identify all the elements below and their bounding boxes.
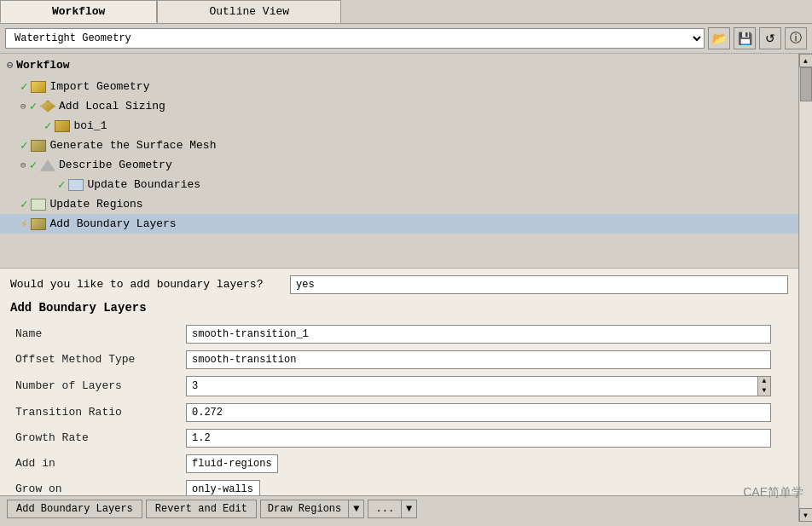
workflow-tree: ⊖ Workflow ✓ Import Geometry ⊖ ✓ Add Loc…	[0, 54, 798, 268]
tree-item-describe-geom[interactable]: ⊖ ✓ Describe Geometry	[0, 155, 798, 175]
scrollbar-track	[800, 67, 812, 508]
layers-input[interactable]	[186, 376, 757, 396]
boundary-layers-icon	[31, 218, 46, 230]
draw-regions-arrow[interactable]: ▼	[348, 500, 364, 518]
refresh-button[interactable]: ↺	[759, 27, 781, 49]
spinner-down[interactable]: ▼	[758, 386, 770, 396]
revert-edit-button[interactable]: Revert and Edit	[146, 500, 257, 518]
field-transition-label: Transition Ratio	[10, 400, 181, 425]
update-boundaries-icon	[68, 179, 84, 191]
form-fields-table: Name Offset Method Type smooth-transitio…	[10, 321, 788, 496]
right-scrollbar[interactable]: ▲ ▼	[798, 54, 812, 522]
field-transition-row: Transition Ratio	[10, 400, 788, 425]
check-icon: ✓	[30, 99, 37, 113]
describe-geom-icon	[40, 159, 55, 171]
add-boundary-layers-button[interactable]: Add Boundary Layers	[7, 500, 142, 518]
field-growon-value: only-walls all-zones	[181, 477, 788, 496]
draw-regions-dropdown: Draw Regions ▼	[260, 500, 365, 518]
field-layers-label: Number of Layers	[10, 373, 181, 400]
field-growon-row: Grow on only-walls all-zones	[10, 477, 788, 496]
more-dropdown: ... ▼	[368, 500, 417, 518]
tree-item-update-regions[interactable]: ✓ Update Regions	[0, 194, 798, 214]
tab-workflow[interactable]: Workflow	[0, 0, 157, 23]
draw-regions-button[interactable]: Draw Regions	[260, 500, 348, 518]
field-transition-value	[181, 400, 788, 425]
field-name-row: Name	[10, 321, 788, 347]
check-icon: ✓	[44, 118, 51, 133]
tree-item-label: Import Geometry	[49, 80, 149, 93]
tree-item-label: Add Boundary Layers	[49, 217, 176, 230]
tree-item-label: Update Boundaries	[87, 178, 200, 191]
field-growth-label: Growth Rate	[10, 425, 181, 451]
tree-item-boi1[interactable]: ✓ boi_1	[0, 116, 798, 136]
import-icon	[31, 81, 46, 93]
question-select[interactable]: yes no	[290, 275, 788, 294]
question-row: Would you like to add boundary layers? y…	[10, 275, 788, 294]
transition-input[interactable]	[186, 403, 771, 422]
tree-item-update-boundaries[interactable]: ✓ Update Boundaries	[0, 175, 798, 194]
form-title: Add Boundary Layers	[10, 301, 788, 315]
tree-item-label: boi_1	[73, 119, 107, 132]
tree-item-label: Update Regions	[49, 198, 142, 211]
addin-select[interactable]: fluid-regions all-regions	[186, 454, 278, 473]
tree-item-add-boundary-layers[interactable]: ⚡ Add Boundary Layers	[0, 214, 798, 234]
tree-item-local-sizing[interactable]: ⊖ ✓ Add Local Sizing	[0, 96, 798, 116]
check-icon: ✓	[58, 177, 65, 192]
check-icon: ✓	[20, 79, 27, 94]
field-growon-label: Grow on	[10, 477, 181, 496]
more-arrow[interactable]: ▼	[401, 500, 417, 518]
field-layers-value: ▲ ▼	[181, 373, 788, 400]
field-growth-value	[181, 425, 788, 451]
tab-outline-view[interactable]: Outline View	[157, 0, 341, 23]
field-offset-value: smooth-transition uniform last-ratio	[181, 347, 788, 373]
tree-item-import[interactable]: ✓ Import Geometry	[0, 77, 798, 96]
tree-item-label: Generate the Surface Mesh	[49, 139, 216, 152]
scrollbar-thumb[interactable]	[800, 67, 812, 101]
check-icon: ✓	[20, 197, 27, 211]
update-regions-icon	[31, 199, 46, 211]
scroll-down-arrow[interactable]: ▼	[799, 508, 813, 522]
workflow-header: ⊖ Workflow	[0, 54, 798, 77]
check-icon: ✓	[20, 138, 27, 153]
name-input[interactable]	[186, 325, 771, 344]
workflow-label: Workflow	[16, 59, 69, 72]
info-button[interactable]: ⓘ	[785, 27, 807, 49]
field-addin-row: Add in fluid-regions all-regions	[10, 451, 788, 477]
bottom-bar: Add Boundary Layers Revert and Edit Draw…	[0, 495, 798, 522]
question-label: Would you like to add boundary layers?	[10, 278, 283, 291]
field-offset-label: Offset Method Type	[10, 347, 181, 373]
field-offset-row: Offset Method Type smooth-transition uni…	[10, 347, 788, 373]
field-name-value	[181, 321, 788, 347]
tab-bar: Workflow Outline View	[0, 0, 812, 24]
collapse-icon[interactable]: ⊖	[7, 59, 13, 72]
scroll-up-arrow[interactable]: ▲	[799, 54, 813, 67]
tree-item-label: Describe Geometry	[59, 159, 172, 171]
offset-method-select[interactable]: smooth-transition uniform last-ratio	[186, 350, 771, 369]
boi-icon	[55, 120, 70, 132]
more-button[interactable]: ...	[368, 500, 401, 518]
open-button[interactable]: 📂	[708, 27, 730, 49]
field-layers-row: Number of Layers ▲ ▼	[10, 373, 788, 400]
surface-mesh-icon	[31, 140, 46, 152]
watermark: CAE简单学	[743, 485, 803, 500]
tree-item-surface-mesh[interactable]: ✓ Generate the Surface Mesh	[0, 136, 798, 155]
field-growth-row: Growth Rate	[10, 425, 788, 451]
toolbar: Watertight Geometry 📂 💾 ↺ ⓘ	[0, 24, 812, 54]
growon-select[interactable]: only-walls all-zones	[186, 480, 260, 496]
spinner-up[interactable]: ▲	[758, 377, 770, 386]
lightning-icon: ⚡	[20, 217, 27, 231]
form-area: Would you like to add boundary layers? y…	[0, 269, 798, 496]
geometry-select[interactable]: Watertight Geometry	[5, 28, 705, 49]
expand-icon[interactable]: ⊖	[20, 159, 26, 171]
save-button[interactable]: 💾	[734, 27, 756, 49]
field-addin-value: fluid-regions all-regions	[181, 451, 788, 477]
tree-item-label: Add Local Sizing	[59, 100, 165, 113]
expand-icon[interactable]: ⊖	[20, 101, 26, 112]
layers-spinner[interactable]: ▲ ▼	[757, 376, 771, 396]
sizing-icon	[40, 101, 55, 113]
check-icon: ✓	[30, 158, 37, 172]
growth-input[interactable]	[186, 429, 771, 448]
field-name-label: Name	[10, 321, 181, 347]
field-addin-label: Add in	[10, 451, 181, 477]
